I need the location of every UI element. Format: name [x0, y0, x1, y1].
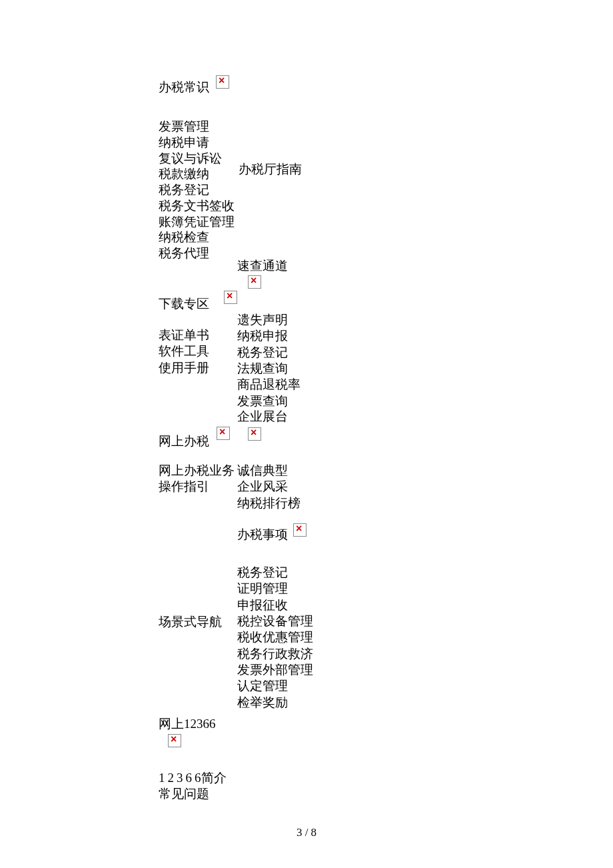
list-item[interactable]: 企业风采 — [237, 479, 301, 495]
list-item[interactable]: 常见问题 — [159, 786, 227, 802]
list-item[interactable]: 法规查询 — [237, 361, 301, 377]
enterprise-showcase-list: 诚信典型 企业风采 纳税排行榜 — [237, 463, 301, 511]
list-item[interactable]: 认定管理 — [237, 678, 313, 694]
list-item[interactable]: 纳税申请 — [159, 135, 235, 151]
list-item[interactable]: 纳税检查 — [159, 229, 235, 245]
list-item[interactable]: 税收优惠管理 — [237, 629, 313, 645]
list-item[interactable]: 税务行政救济 — [237, 646, 313, 662]
list-item[interactable]: 税务代理 — [159, 245, 235, 261]
list-item[interactable]: 税务登记 — [159, 182, 235, 198]
broken-image-icon — [216, 75, 229, 89]
list-item[interactable]: 发票管理 — [159, 119, 235, 135]
online-tax-list: 网上办税业务 操作指引 — [159, 463, 235, 495]
list-item[interactable]: 税务文书签收 — [159, 198, 235, 214]
list-item[interactable]: 遗失声明 — [237, 312, 301, 328]
online-tax-title: 网上办税 — [159, 433, 209, 450]
list-item[interactable]: 12366简介 — [159, 770, 227, 786]
tax-knowledge-title: 办税常识 — [159, 80, 209, 94]
broken-image-icon — [248, 427, 261, 441]
scenario-nav-title[interactable]: 场景式导航 — [159, 614, 222, 631]
list-item[interactable]: 税控设备管理 — [237, 613, 313, 629]
list-item[interactable]: 纳税申报 — [237, 328, 301, 344]
page-number: 3 / 8 — [0, 825, 613, 840]
broken-image-icon — [293, 523, 306, 537]
list-item[interactable]: 诚信典型 — [237, 463, 301, 479]
tax-hall-guide-label[interactable]: 办税厅指南 — [239, 161, 302, 178]
quick-lookup-list: 遗失声明 纳税申报 税务登记 法规查询 商品退税率 发票查询 — [237, 312, 301, 409]
broken-image-icon — [248, 275, 261, 289]
tax-matters-title: 办税事项 — [237, 527, 288, 543]
broken-image-icon — [217, 427, 230, 440]
quick-lookup-title: 速查通道 — [237, 258, 288, 275]
list-item[interactable]: 账簿凭证管理 — [159, 214, 235, 230]
enterprise-showcase-title: 企业展台 — [237, 409, 288, 425]
list-item[interactable]: 软件工具 — [159, 343, 209, 359]
list-item[interactable]: 网上办税业务 — [159, 463, 235, 479]
download-area-title: 下载专区 — [159, 296, 209, 313]
list-item[interactable]: 商品退税率 — [237, 377, 301, 393]
list-item[interactable]: 发票外部管理 — [237, 662, 313, 678]
list-item[interactable]: 发票查询 — [237, 393, 301, 409]
list-item[interactable]: 税务登记 — [237, 345, 301, 361]
list-item[interactable]: 证明管理 — [237, 581, 313, 597]
list-item[interactable]: 复议与诉讼 — [159, 151, 235, 167]
list-item[interactable]: 申报征收 — [237, 597, 313, 613]
broken-image-icon — [224, 291, 237, 304]
list-item[interactable]: 使用手册 — [159, 360, 209, 376]
online-12366-list: 12366简介 常见问题 — [159, 770, 227, 803]
tax-knowledge-list: 发票管理 纳税申请 复议与诉讼 税款缴纳 税务登记 税务文书签收 账簿凭证管理 … — [159, 119, 235, 261]
list-item[interactable]: 纳税排行榜 — [237, 495, 301, 511]
list-item[interactable]: 检举奖励 — [237, 695, 313, 711]
list-item[interactable]: 税务登记 — [237, 565, 313, 581]
broken-image-icon — [168, 734, 181, 747]
list-item[interactable]: 表证单书 — [159, 327, 209, 343]
online-12366-title: 网上12366 — [159, 716, 216, 733]
list-item[interactable]: 税款缴纳 — [159, 166, 235, 182]
tax-matters-list: 税务登记 证明管理 申报征收 税控设备管理 税收优惠管理 税务行政救济 发票外部… — [237, 565, 313, 711]
list-item[interactable]: 操作指引 — [159, 479, 235, 495]
download-area-list: 表证单书 软件工具 使用手册 — [159, 327, 209, 376]
